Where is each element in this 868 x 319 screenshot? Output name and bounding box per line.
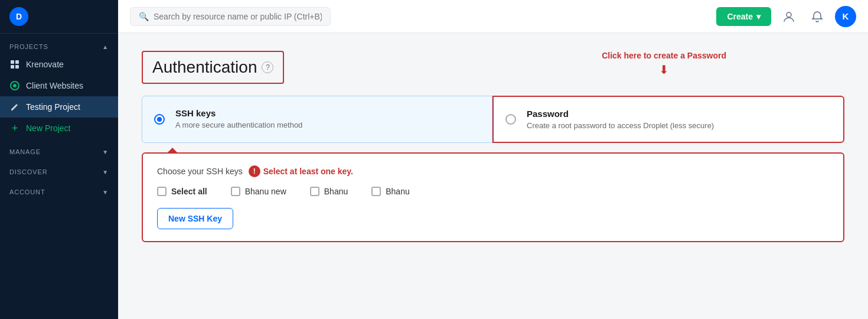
sidebar-item-label: Testing Project xyxy=(26,102,80,112)
key-bhanu-new-checkbox[interactable]: Bhanu new xyxy=(231,187,286,196)
notification-icon[interactable] xyxy=(807,6,828,27)
password-radio[interactable] xyxy=(505,114,516,125)
sidebar-item-label: New Project xyxy=(26,123,70,133)
svg-point-6 xyxy=(787,12,791,17)
topbar-right: Create ▾ K xyxy=(716,6,856,27)
svg-point-5 xyxy=(13,84,17,87)
projects-section-label: PROJECTS ▲ xyxy=(0,34,118,54)
app-logo[interactable]: D xyxy=(9,7,28,26)
topbar: 🔍 Create ▾ K xyxy=(118,0,868,33)
create-button[interactable]: Create ▾ xyxy=(716,7,771,26)
error-icon: ! xyxy=(249,165,260,177)
auth-option-ssh[interactable]: SSH keys A more secure authentication me… xyxy=(142,96,492,143)
ssh-radio[interactable] xyxy=(154,114,165,125)
arrow-down-icon: ⬇ xyxy=(602,63,726,77)
circle-icon xyxy=(9,80,20,91)
sidebar: D PROJECTS ▲ Krenovate Client Websites T… xyxy=(0,0,118,319)
sidebar-item-client-websites[interactable]: Client Websites xyxy=(0,75,118,96)
discover-chevron-icon: ▼ xyxy=(102,169,109,175)
pencil-icon xyxy=(9,102,20,112)
svg-rect-3 xyxy=(15,65,19,69)
key-bhanu-1-checkbox[interactable]: Bhanu xyxy=(310,187,348,196)
bhanu-1-check-input[interactable] xyxy=(310,187,319,196)
projects-chevron-icon: ▲ xyxy=(102,44,109,50)
search-input[interactable] xyxy=(154,12,322,21)
ssh-option-title: SSH keys xyxy=(175,108,480,118)
sidebar-logo: D xyxy=(0,0,118,34)
password-option-desc: Create a root password to access Droplet… xyxy=(527,121,831,130)
search-box[interactable]: 🔍 xyxy=(130,7,331,26)
key-bhanu-1-label: Bhanu xyxy=(324,187,348,196)
bhanu-new-check-input[interactable] xyxy=(231,187,240,196)
discover-section-label: DISCOVER ▼ xyxy=(0,159,118,179)
key-bhanu-2-label: Bhanu xyxy=(386,187,409,196)
manage-section-label: MANAGE ▼ xyxy=(0,139,118,159)
page-content: Authentication ? Click here to create a … xyxy=(118,33,868,319)
avatar[interactable]: K xyxy=(835,6,856,27)
choose-keys-label: Choose your SSH keys xyxy=(157,167,243,176)
plus-icon: + xyxy=(9,123,20,134)
sidebar-item-label: Client Websites xyxy=(26,81,83,90)
error-badge: ! Select at least one key. xyxy=(249,165,353,177)
new-ssh-key-button[interactable]: New SSH Key xyxy=(157,208,233,229)
auth-options: SSH keys A more secure authentication me… xyxy=(142,96,844,143)
sidebar-item-label: Krenovate xyxy=(26,60,64,69)
password-hint: Click here to create a Password ⬇ xyxy=(602,51,844,79)
ssh-keys-row: Select all Bhanu new Bhanu Bhanu xyxy=(157,187,829,196)
key-bhanu-2-checkbox[interactable]: Bhanu xyxy=(371,187,409,196)
auth-option-password[interactable]: Password Create a root password to acces… xyxy=(492,96,844,143)
ssh-panel-header: Choose your SSH keys ! Select at least o… xyxy=(157,165,829,177)
key-bhanu-new-label: Bhanu new xyxy=(245,187,286,196)
select-all-label: Select all xyxy=(171,187,207,196)
select-all-checkbox[interactable]: Select all xyxy=(157,187,207,196)
bhanu-2-check-input[interactable] xyxy=(371,187,381,196)
svg-rect-0 xyxy=(11,60,14,64)
click-hint-text: Click here to create a Password xyxy=(602,51,726,60)
sidebar-item-krenovate[interactable]: Krenovate xyxy=(0,54,118,75)
svg-rect-1 xyxy=(15,60,19,64)
account-chevron-icon: ▼ xyxy=(102,189,109,196)
ssh-panel: Choose your SSH keys ! Select at least o… xyxy=(142,152,844,242)
svg-rect-2 xyxy=(11,65,14,69)
password-option-title: Password xyxy=(527,109,831,119)
select-all-check-input[interactable] xyxy=(157,187,167,196)
sidebar-item-new-project[interactable]: + New Project xyxy=(0,118,118,139)
chevron-down-icon: ▾ xyxy=(756,12,761,21)
main-content: 🔍 Create ▾ K Auth xyxy=(118,0,868,319)
search-icon: 🔍 xyxy=(139,12,149,21)
ssh-option-desc: A more secure authentication method xyxy=(175,121,480,129)
help-icon[interactable]: ? xyxy=(262,61,273,73)
authentication-section: Authentication ? Click here to create a … xyxy=(142,51,844,242)
error-message: Select at least one key. xyxy=(263,167,353,176)
section-title: Authentication xyxy=(152,58,257,77)
sidebar-item-testing-project[interactable]: Testing Project xyxy=(0,96,118,118)
user-icon[interactable] xyxy=(778,6,800,27)
account-section-label: ACCOUNT ▼ xyxy=(0,179,118,199)
manage-chevron-icon: ▼ xyxy=(102,149,109,155)
grid-icon xyxy=(9,59,20,70)
section-title-box: Authentication ? xyxy=(142,51,284,84)
